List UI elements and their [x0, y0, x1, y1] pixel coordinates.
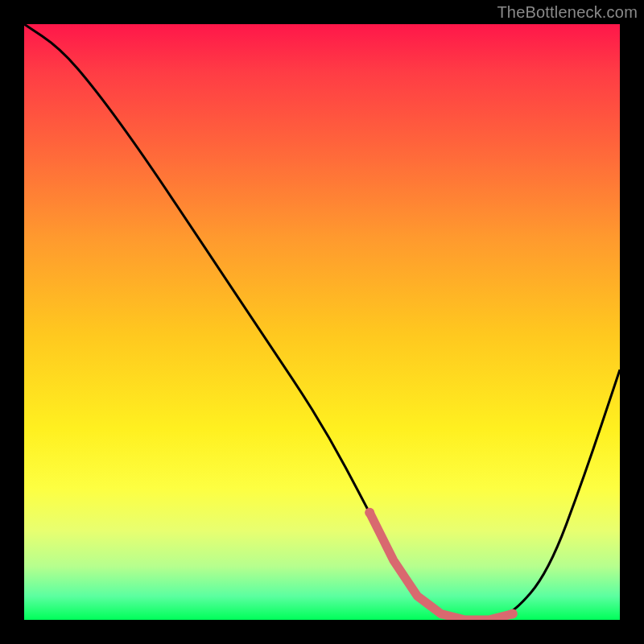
watermark-text: TheBottleneck.com [497, 3, 638, 22]
optimal-range-highlight [369, 513, 513, 620]
optimal-range-end-dot [508, 609, 518, 619]
optimal-range-start-dot [365, 508, 374, 518]
plot-area [24, 24, 620, 620]
chart-frame: TheBottleneck.com [0, 0, 644, 644]
curve-svg [24, 24, 620, 620]
bottleneck-curve [24, 24, 620, 620]
